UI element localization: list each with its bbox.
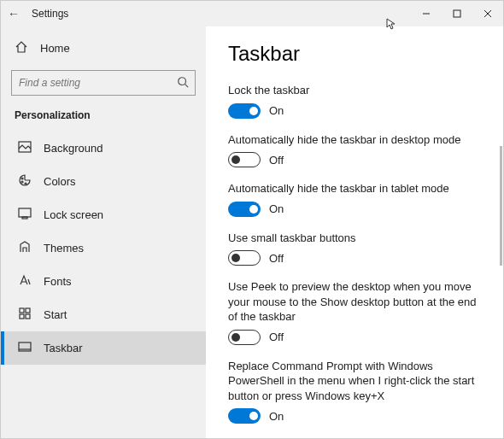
sidebar-item-colors[interactable]: Colors xyxy=(1,165,206,198)
sidebar-item-label: Start xyxy=(44,308,67,321)
svg-point-4 xyxy=(179,78,186,85)
svg-line-5 xyxy=(185,85,189,88)
toggle-peek[interactable] xyxy=(228,330,261,345)
svg-point-7 xyxy=(21,178,23,179)
svg-rect-12 xyxy=(20,308,24,313)
toggle-state: Off xyxy=(269,331,284,343)
sidebar-item-label: Colors xyxy=(44,175,76,188)
maximize-button[interactable] xyxy=(442,1,472,26)
toggle-state: Off xyxy=(269,252,284,265)
setting-label: Lock the taskbar xyxy=(228,83,481,98)
close-button[interactable] xyxy=(472,1,503,26)
setting-label: Use Peek to preview the desktop when you… xyxy=(228,279,481,325)
background-icon xyxy=(18,140,32,156)
home-button[interactable]: Home xyxy=(1,33,206,63)
fonts-icon xyxy=(18,273,32,290)
svg-rect-1 xyxy=(454,10,460,17)
minimize-button[interactable] xyxy=(411,1,442,26)
sidebar-item-background[interactable]: Background xyxy=(1,132,206,165)
colors-icon xyxy=(18,173,32,190)
sidebar-item-start[interactable]: Start xyxy=(1,298,206,331)
search-input[interactable] xyxy=(11,70,196,96)
toggle-state: On xyxy=(269,202,284,215)
sidebar-item-label: Background xyxy=(44,142,103,155)
scrollbar[interactable] xyxy=(500,146,502,266)
svg-rect-14 xyxy=(20,314,24,319)
window-title: Settings xyxy=(32,8,68,20)
svg-rect-15 xyxy=(26,314,30,319)
sidebar-item-label: Fonts xyxy=(44,275,72,288)
back-button[interactable]: ← xyxy=(1,7,26,20)
search-box[interactable] xyxy=(11,70,196,96)
themes-icon xyxy=(18,240,32,256)
category-heading: Personalization xyxy=(1,106,206,132)
sidebar-item-lockscreen[interactable]: Lock screen xyxy=(1,198,206,231)
sidebar-item-fonts[interactable]: Fonts xyxy=(1,265,206,298)
setting-label: Show badges on taskbar buttons xyxy=(228,437,481,438)
taskbar-icon xyxy=(18,340,32,356)
search-icon xyxy=(177,76,189,91)
setting-label: Automatically hide the taskbar in tablet… xyxy=(228,181,481,196)
page-title: Taskbar xyxy=(228,42,481,66)
setting-label: Automatically hide the taskbar in deskto… xyxy=(228,132,481,148)
sidebar-item-taskbar[interactable]: Taskbar xyxy=(1,331,206,365)
content-pane: Taskbar Lock the taskbar On Automaticall… xyxy=(206,26,503,438)
svg-point-9 xyxy=(25,183,26,184)
svg-rect-13 xyxy=(26,308,30,313)
sidebar-item-label: Taskbar xyxy=(44,342,83,354)
home-icon xyxy=(15,40,28,56)
start-icon xyxy=(18,307,32,323)
toggle-state: On xyxy=(269,104,284,117)
svg-rect-10 xyxy=(19,208,31,217)
toggle-autohide-desktop[interactable] xyxy=(228,152,261,167)
home-label: Home xyxy=(40,42,70,55)
setting-label: Use small taskbar buttons xyxy=(228,231,481,246)
svg-point-8 xyxy=(21,181,23,183)
toggle-powershell[interactable] xyxy=(228,408,261,424)
toggle-lock-taskbar[interactable] xyxy=(228,103,261,119)
svg-rect-11 xyxy=(22,217,27,219)
sidebar: Home Personalization Background Colors L… xyxy=(1,26,206,438)
cursor-icon xyxy=(385,18,397,33)
toggle-state: On xyxy=(269,410,284,423)
toggle-autohide-tablet[interactable] xyxy=(228,202,261,217)
toggle-small-buttons[interactable] xyxy=(228,250,261,266)
lockscreen-icon xyxy=(18,207,32,223)
sidebar-item-label: Themes xyxy=(44,242,84,255)
toggle-state: Off xyxy=(269,154,284,167)
sidebar-item-label: Lock screen xyxy=(44,208,103,221)
sidebar-item-themes[interactable]: Themes xyxy=(1,231,206,265)
setting-label: Replace Command Prompt with Windows Powe… xyxy=(228,359,481,404)
